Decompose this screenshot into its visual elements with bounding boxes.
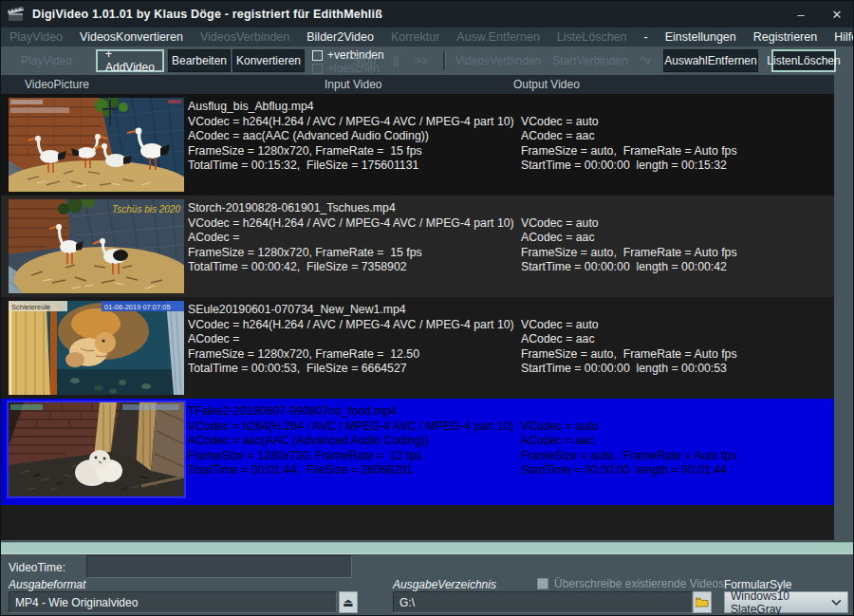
startverbinden-button[interactable]: StartVerbinden bbox=[549, 49, 631, 72]
ausgabeformat-label: Ausgabeformat bbox=[9, 578, 85, 591]
menu-dash: - bbox=[636, 28, 657, 47]
input-video-cell: Storch-20190828-061901_Tschues.mp4 VCode… bbox=[188, 201, 515, 275]
menu-auswentfernen[interactable]: Ausw.Entfernen bbox=[448, 28, 548, 47]
acodec-line: ACodec = aac(AAC (Advanced Audio Coding)… bbox=[188, 129, 515, 144]
filename: Storch-20190828-061901_Tschues.mp4 bbox=[188, 201, 515, 216]
verbinden-checkbox-box[interactable] bbox=[312, 50, 323, 61]
vcodec-line: VCodec = auto bbox=[521, 216, 826, 232]
vcodec-line: VCodec = auto bbox=[521, 318, 826, 333]
toolbar-separator bbox=[443, 51, 446, 70]
loeschen-checkbox-box[interactable] bbox=[312, 64, 323, 74]
format-eject-button[interactable]: ⏏ bbox=[339, 591, 358, 613]
framesize-line: FrameSize = 1280x720, FrameRate = 15 fps bbox=[188, 144, 515, 159]
menu-bilder2video[interactable]: Bilder2Video bbox=[298, 28, 382, 47]
totaltime-line: TotalTime = 00:01:44, FileSize = 2806820… bbox=[188, 463, 515, 478]
menu-hilfe[interactable]: Hilfe bbox=[826, 28, 854, 47]
totaltime-line: TotalTime = 00:00:53, FileSize = 6664527 bbox=[188, 362, 515, 377]
acodec-line: ACodec = aac(AAC (Advanced Audio Coding)… bbox=[188, 434, 515, 449]
addvideo-button[interactable]: + AddVideo bbox=[96, 49, 164, 72]
toolbar: PlayVideo + AddVideo Bearbeiten Konverti… bbox=[1, 47, 854, 75]
input-video-cell: SEule20190601-070734_New_New1.mp4 VCodec… bbox=[188, 303, 515, 377]
output-video-cell: VCodec = auto ACodec = aac FrameSize = a… bbox=[521, 404, 826, 478]
table-row-4-selected[interactable]: TFalke2-20190607-090807no_food.mp4 VCode… bbox=[1, 399, 834, 505]
vcodec-line: VCodec = h264(H.264 / AVC / MPEG-4 AVC /… bbox=[188, 318, 515, 333]
filename: TFalke2-20190607-090807no_food.mp4 bbox=[188, 404, 515, 420]
menu-videosverbinden[interactable]: VideosVerbinden bbox=[192, 28, 298, 47]
vcodec-line: VCodec = h264(H.264 / AVC / MPEG-4 AVC /… bbox=[188, 115, 515, 130]
framesize-line: FrameSize = 1280x720, FrameRate = 15 fps bbox=[188, 246, 515, 261]
thumb3-caption-left: Schleiereule bbox=[11, 303, 50, 311]
video-list: Ausflug_bis_Abflug.mp4 VCodec = h264(H.2… bbox=[1, 94, 834, 540]
table-row-3[interactable]: Schleiereule 01-06-2019 07:07:05 SEule20… bbox=[1, 297, 834, 399]
playvideo-button[interactable]: PlayVideo bbox=[9, 49, 84, 72]
vcodec-line: VCodec = h264(H.264 / AVC / MPEG-4 AVC /… bbox=[188, 216, 515, 232]
formularstyle-value: Windows10 SlateGray bbox=[731, 589, 831, 616]
ausgabeformat-select[interactable]: MP4 - Wie Originalvideo bbox=[9, 591, 337, 613]
framesize-line: FrameSize = auto, FrameRate = Auto fps bbox=[521, 246, 826, 261]
overwrite-checkbox-label: Überschreibe existierende Videos bbox=[554, 577, 724, 590]
menu-videoskonvertieren[interactable]: VideosKonvertieren bbox=[71, 28, 192, 47]
framesize-line: FrameSize = auto, FrameRate = Auto fps bbox=[521, 144, 826, 159]
menu-korrektur[interactable]: Korrektur bbox=[382, 28, 448, 47]
ausgabeverzeichnis-label: AusgabeVerzeichnis bbox=[393, 578, 496, 591]
filename: Ausflug_bis_Abflug.mp4 bbox=[188, 100, 515, 115]
acodec-line: ACodec = aac bbox=[521, 231, 826, 246]
progress-bar bbox=[1, 542, 854, 554]
acodec-line: ACodec = aac bbox=[521, 129, 826, 144]
app-window: DigiVideo 1.01.01 by Klaus Döge - regist… bbox=[0, 0, 854, 616]
output-video-cell: VCodec = auto ACodec = aac FrameSize = a… bbox=[521, 303, 826, 377]
acodec-line: ACodec = bbox=[188, 231, 515, 246]
thumbnail-owl-box: Schleiereule 01-06-2019 07:07:05 bbox=[9, 301, 184, 395]
starttime-line: StartTime = 00:00:00 length = 00:01:44 bbox=[521, 463, 826, 478]
clapperboard-icon bbox=[8, 7, 25, 22]
stop-button[interactable]: Stop bbox=[344, 49, 384, 72]
chevron-down-icon bbox=[831, 599, 842, 607]
totaltime-line: TotalTime = 00:15:32, FileSize = 1756011… bbox=[188, 159, 515, 174]
listenloeschen-button[interactable]: ListenLöschen bbox=[771, 49, 836, 72]
starttime-line: StartTime = 00:00:00 length = 00:00:53 bbox=[521, 362, 826, 377]
menu-playvideo[interactable]: PlayVideo bbox=[1, 28, 71, 47]
acodec-line: ACodec = bbox=[188, 332, 515, 347]
minimize-button[interactable]: – bbox=[783, 1, 819, 28]
forward-button[interactable]: >> bbox=[409, 49, 434, 72]
formularstyle-dropdown[interactable]: Windows10 SlateGray bbox=[724, 591, 848, 613]
thumbnail-falcon-chicks bbox=[9, 402, 184, 496]
menu-listeloeschen[interactable]: ListeLöschen bbox=[548, 28, 636, 47]
acodec-line: ACodec = aac bbox=[521, 434, 826, 449]
overwrite-checkbox-box[interactable] bbox=[537, 578, 548, 589]
videotime-input[interactable] bbox=[86, 555, 352, 578]
videosverbinden-button[interactable]: VideosVerbinden bbox=[455, 49, 542, 72]
starttime-line: StartTime = 00:00:00 length = 00:00:42 bbox=[521, 260, 826, 275]
header-videopicture[interactable]: VideoPicture bbox=[25, 78, 89, 91]
framesize-line: FrameSize = 1280x720, FrameRate = 12.50 bbox=[188, 347, 515, 363]
table-row-2[interactable]: Tschüs bis 2020 Storch-20190828-061901_T… bbox=[1, 196, 834, 297]
framesize-line: FrameSize = auto, FrameRate = Auto fps bbox=[521, 449, 826, 464]
bearbeiten-button[interactable]: Bearbeiten bbox=[168, 49, 231, 72]
overwrite-checkbox[interactable]: Überschreibe existierende Videos bbox=[537, 577, 724, 590]
thumbnail-storks-evening: Tschüs bis 2020 bbox=[9, 199, 184, 293]
thumbnail-storks-day bbox=[9, 98, 184, 192]
output-video-cell: VCodec = auto ACodec = aac FrameSize = a… bbox=[521, 201, 826, 275]
vcodec-line: VCodec = h264(H.264 / AVC / MPEG-4 AVC /… bbox=[188, 420, 515, 435]
updown-button[interactable]: ^v bbox=[633, 49, 658, 72]
auswahlentfernen-button[interactable]: AuswahlEntfernen bbox=[663, 49, 758, 72]
menu-einstellungen[interactable]: Einstellungen bbox=[657, 28, 745, 47]
header-input-video[interactable]: Input Video bbox=[325, 78, 382, 91]
input-video-cell: Ausflug_bis_Abflug.mp4 VCodec = h264(H.2… bbox=[188, 100, 515, 174]
framesize-line: FrameSize = 1280x720, FrameRate = 12 fps bbox=[188, 449, 515, 464]
thumb3-caption-right: 01-06-2019 07:07:05 bbox=[104, 303, 171, 311]
browse-folder-button[interactable] bbox=[693, 591, 712, 613]
pause-button[interactable]: || bbox=[384, 49, 407, 72]
ausgabeverzeichnis-input[interactable]: G:\ bbox=[393, 591, 693, 613]
table-row-1[interactable]: Ausflug_bis_Abflug.mp4 VCodec = h264(H.2… bbox=[1, 94, 834, 196]
vcodec-line: VCodec = auto bbox=[521, 420, 826, 435]
menu-registrieren[interactable]: Registrieren bbox=[745, 28, 826, 47]
header-output-video[interactable]: Output Video bbox=[513, 78, 580, 91]
totaltime-line: TotalTime = 00:00:42, FileSize = 7358902 bbox=[188, 260, 515, 275]
starttime-line: StartTime = 00:00:00 length = 00:15:32 bbox=[521, 159, 826, 174]
acodec-line: ACodec = aac bbox=[521, 332, 826, 347]
videotime-label: VideoTime: bbox=[9, 561, 65, 574]
output-video-cell: VCodec = auto ACodec = aac FrameSize = a… bbox=[521, 100, 826, 174]
konvertieren-button[interactable]: Konvertieren bbox=[232, 49, 305, 72]
close-button[interactable]: ✕ bbox=[819, 1, 854, 28]
